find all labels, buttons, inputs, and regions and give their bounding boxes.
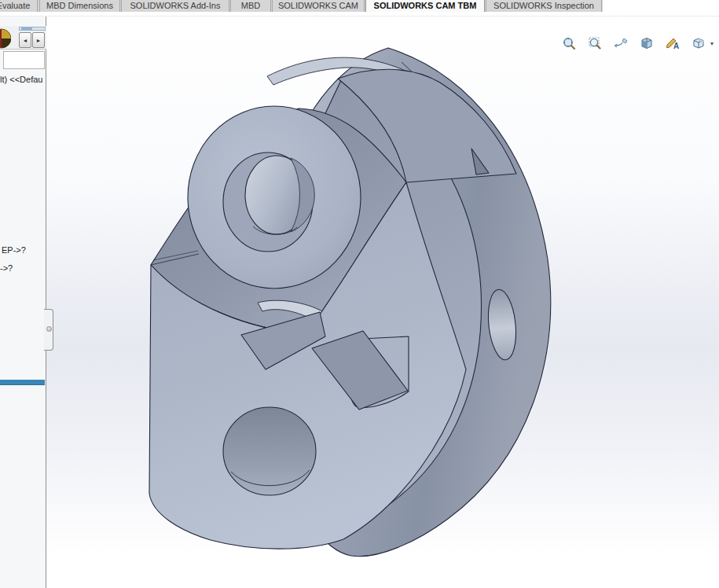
- splitter-grip-dot: [46, 326, 52, 332]
- previous-view-icon: [613, 35, 629, 51]
- ribbon-collapsed-area: [0, 12, 719, 17]
- tab-mbd[interactable]: MBD: [230, 0, 271, 12]
- tab-mbd-dimensions[interactable]: MBD Dimensions: [39, 0, 120, 12]
- view-orientation-caret[interactable]: ▾: [710, 40, 713, 47]
- panel-header-box: [3, 51, 45, 69]
- panel-tab-scrollbar[interactable]: [19, 27, 46, 31]
- svg-text:A: A: [673, 42, 679, 50]
- section-view-button[interactable]: [637, 35, 656, 52]
- view-orientation-button[interactable]: [689, 35, 708, 52]
- panel-splitter-handle[interactable]: [44, 309, 53, 351]
- zoom-to-area-icon: [587, 35, 603, 51]
- heads-up-view-toolbar: A ▾: [559, 34, 719, 53]
- dynamic-annotation-views-icon: A: [665, 35, 680, 51]
- panel-tab-scroll-left-button[interactable]: ◄: [19, 32, 31, 48]
- previous-view-button[interactable]: [611, 35, 630, 52]
- tab-solidworks-cam-tbm[interactable]: SOLIDWORKS CAM TBM: [365, 0, 485, 12]
- tab-evaluate[interactable]: Evaluate: [0, 0, 38, 12]
- section-view-icon: [639, 35, 655, 51]
- rollback-bar[interactable]: [0, 380, 45, 385]
- feature-tree-item[interactable]: EP->?: [2, 245, 26, 255]
- panel-tab-scroll-thumb[interactable]: [21, 28, 32, 30]
- panel-tabs-row: ◄ ►: [0, 26, 46, 50]
- ribbon-tab-bar: Evaluate MBD Dimensions SOLIDWORKS Add-I…: [0, 0, 603, 12]
- dynamic-annotation-views-button[interactable]: A: [663, 35, 682, 52]
- graphics-viewport[interactable]: A ▾: [0, 17, 719, 588]
- configuration-label: lt) <<Defau: [0, 75, 46, 84]
- tab-solidworks-cam[interactable]: SOLIDWORKS CAM: [272, 0, 365, 12]
- configuration-sphere-icon[interactable]: [0, 28, 11, 51]
- zoom-to-fit-icon: [561, 35, 577, 51]
- feature-tree-item[interactable]: ->?: [0, 263, 13, 273]
- zoom-to-fit-button[interactable]: [559, 35, 578, 52]
- view-orientation-icon: [691, 35, 706, 51]
- zoom-to-area-button[interactable]: [585, 35, 604, 52]
- tab-solidworks-inspection[interactable]: SOLIDWORKS Inspection: [486, 0, 602, 12]
- bottom-hole: [223, 407, 316, 495]
- feature-manager-panel: ◄ ► lt) <<Defau EP->? ->?: [0, 17, 46, 588]
- part-3d-model[interactable]: [0, 17, 719, 588]
- panel-tab-scroll-right-button[interactable]: ►: [32, 32, 45, 48]
- solidworks-window: A ▾ Evaluate: [0, 0, 719, 588]
- tab-solidworks-add-ins[interactable]: SOLIDWORKS Add-Ins: [121, 0, 229, 12]
